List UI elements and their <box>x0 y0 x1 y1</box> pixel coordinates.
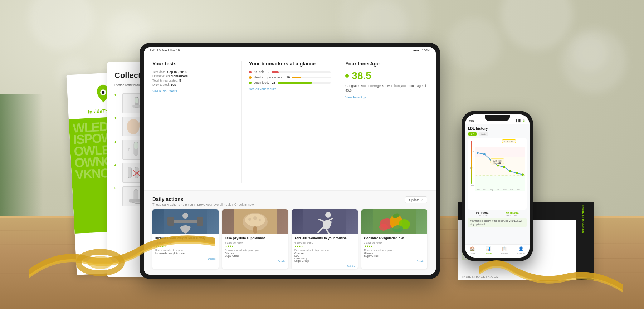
da-card-title-hiit: Add HIIT workouts to your routine <box>294 236 355 241</box>
svg-text:Nov: Nov <box>510 189 513 191</box>
da-card-stars-vegetarian: ★★★★ <box>364 245 425 248</box>
da-card-details-psyllium[interactable]: Details <box>222 259 288 264</box>
da-card-img-vegetarian <box>361 209 428 234</box>
ribbon-right <box>479 252 623 295</box>
phone-stats: 91 mg/dL Jul 2, 2020 - 67 mg/dL Sep 9, 2… <box>468 211 527 216</box>
da-card-body-psyllium: Take psyllium supplement 7 days per week… <box>222 234 288 259</box>
at-risk-row: At Risk: 5 <box>249 70 331 74</box>
svg-point-54 <box>392 225 403 232</box>
phone-tab-all[interactable]: ALL <box>478 132 488 136</box>
at-risk-value: 5 <box>268 70 269 74</box>
needs-improvement-value: 10 <box>286 75 290 79</box>
times-tested-label: Total times tested: 5 <box>152 79 234 82</box>
inner-age-description: Congrats! Your InnerAge is lower than yo… <box>345 84 427 93</box>
phone-trend-text: Your trend is steady. If this continues,… <box>468 218 527 227</box>
inner-age-title: Your InnerAge <box>345 61 427 67</box>
svg-text:Jul: Jul <box>497 189 499 191</box>
scene: InsideTracker WLEDISPOWOWLEOWNOVKNO Coll… <box>0 0 644 309</box>
phone-chart-tabs: 1Y ALL <box>468 132 527 136</box>
optimized-dot <box>249 82 252 84</box>
at-risk-label: At Risk: <box>254 70 265 74</box>
svg-rect-11 <box>135 98 138 103</box>
biomarkers-title: Your biomarkers at a glance <box>249 61 331 67</box>
da-card-details-vegetarian[interactable]: Details <box>361 259 428 264</box>
da-card-title-vegetarian: Consider a vegetarian diet <box>364 236 425 241</box>
phone-nav-home[interactable]: 🏠 Home <box>470 246 475 255</box>
svg-rect-34 <box>197 217 203 226</box>
needs-improvement-row: Needs Improvement: 10 <box>249 75 331 79</box>
svg-rect-19 <box>134 142 138 149</box>
svg-rect-39 <box>253 226 257 234</box>
daily-actions-title: Daily actions <box>152 196 255 202</box>
svg-point-42 <box>259 219 261 221</box>
svg-point-75 <box>503 166 505 168</box>
tests-section: Your tests Test date: Sep 02, 2018 Ultim… <box>152 61 234 183</box>
da-card-stars-psyllium: ★★★★ <box>225 245 286 248</box>
view-inner-age-link[interactable]: View InnerAge <box>345 95 427 99</box>
see-all-tests-link[interactable]: See all your tests <box>152 89 234 93</box>
svg-point-40 <box>248 218 251 221</box>
results-icon: 📊 <box>485 246 491 252</box>
da-card-freq-psyllium: 7 days per week <box>225 241 286 244</box>
da-card-img-psyllium <box>222 209 288 234</box>
phone-nav-home-label: Home <box>470 252 475 255</box>
svg-point-53 <box>379 224 388 231</box>
svg-rect-32 <box>171 220 200 223</box>
see-all-results-link[interactable]: See all your results <box>249 87 331 91</box>
optimized-value: 28 <box>272 81 275 84</box>
optimized-row: Optimized: 28 <box>249 81 331 84</box>
svg-point-76 <box>509 170 511 172</box>
inner-age-dot <box>345 74 349 78</box>
at-risk-dot <box>249 71 252 73</box>
svg-point-71 <box>477 152 479 154</box>
needs-improvement-bar-container <box>292 77 331 78</box>
svg-point-35 <box>182 213 188 219</box>
phone-stat-2-date: Sep 9, 2020 <box>504 214 519 216</box>
phone-chart-svg: High OK Low Jan <box>470 140 525 197</box>
divider-1 <box>241 61 242 183</box>
biomarkers-section: Your biomarkers at a glance At Risk: 5 N… <box>249 61 331 183</box>
da-card-details-hiit[interactable]: Details <box>292 264 358 269</box>
daily-actions-header: Daily actions These daily actions help y… <box>152 196 427 206</box>
at-risk-bar-container <box>272 71 331 73</box>
phone-stat-2-value: - 67 mg/dL <box>504 211 519 214</box>
phone-signal: ▌▌▌ 🔋 <box>516 119 525 122</box>
ribbon-left <box>29 230 215 288</box>
svg-rect-23 <box>128 167 132 178</box>
svg-point-72 <box>483 153 486 155</box>
svg-text:↑: ↑ <box>128 146 130 152</box>
tablet-wifi: ●●● <box>413 49 419 52</box>
phone-chart-title: LDL history <box>468 127 527 131</box>
da-card-hiit: Add HIIT workouts to your routine 4 days… <box>292 209 358 269</box>
svg-text:91 mg/dL: 91 mg/dL <box>494 162 501 164</box>
da-card-tags-hiit: GlucoseLDLLipid GroupSugar Group <box>294 252 355 262</box>
inner-age-value-row: 38.5 <box>345 70 427 82</box>
inner-age-value: 38.5 <box>352 70 371 82</box>
da-card-rec-psyllium: Recommended to improve your: <box>225 249 286 251</box>
phone-date-label: Jul 2, 2020 <box>502 139 516 143</box>
ultimate-label: Ultimate: 43 biomarkers <box>152 74 234 78</box>
update-button[interactable]: Update ✓ <box>405 196 427 203</box>
svg-point-5 <box>88 256 113 269</box>
phone-tab-1y[interactable]: 1Y <box>468 132 477 136</box>
tablet-time: 9:41 AM Wed Mar 18 <box>150 49 180 52</box>
svg-text:Sep: Sep <box>503 189 507 191</box>
svg-point-78 <box>522 173 524 176</box>
da-card-psyllium: Take psyllium supplement 7 days per week… <box>222 209 288 269</box>
phone: 9:41 ▌▌▌ 🔋 LDL history 1Y ALL Jul 2, 202… <box>462 111 533 261</box>
dna-tested-label: DNA tested: Yes <box>152 83 234 87</box>
divider-2 <box>338 61 338 183</box>
svg-text:Jul 2, 2020: Jul 2, 2020 <box>493 160 502 162</box>
needs-improvement-label: Needs Improvement: <box>254 75 284 79</box>
da-card-stars-hiit: ★★★★ <box>294 245 355 248</box>
phone-chart-area: Jul 2, 2020 High OK Low <box>468 138 527 210</box>
phone-screen: 9:41 ▌▌▌ 🔋 LDL history 1Y ALL Jul 2, 202… <box>465 114 530 258</box>
inner-age-section: Your InnerAge 38.5 Congrats! Your InnerA… <box>345 61 427 183</box>
optimized-label: Optimized: <box>254 81 269 84</box>
da-card-body-hiit: Add HIIT workouts to your routine 4 days… <box>292 234 358 264</box>
at-risk-bar <box>272 71 279 73</box>
phone-notch <box>485 115 510 121</box>
tablet-status-bar: 9:41 AM Wed Mar 18 ●●● 100% <box>144 47 436 54</box>
tests-title: Your tests <box>152 61 234 67</box>
phone-stat-1: 91 mg/dL Jul 2, 2020 <box>476 211 488 216</box>
